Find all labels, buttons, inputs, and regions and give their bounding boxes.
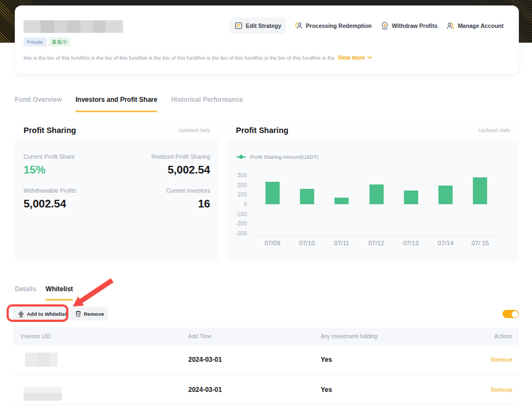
whitelist-tabs: Details Whitelist <box>15 285 73 301</box>
edit-strategy-icon <box>234 21 243 30</box>
processing-redemption-icon <box>294 21 303 30</box>
header-actions: Actions <box>447 333 512 339</box>
table-row: 2024-03-01 Yes Remove <box>13 345 519 375</box>
y-axis-label: -300 <box>233 230 247 236</box>
gridline <box>255 214 501 215</box>
withdraw-profits-label: Withdraw Profits <box>392 22 437 29</box>
x-axis-label: 07/10 <box>290 240 325 246</box>
processing-redemption-button[interactable]: Processing Redemption <box>294 21 372 30</box>
annotation-arrow <box>66 274 120 312</box>
tab-historical-performance[interactable]: Historical Performance <box>171 96 242 112</box>
view-more-link[interactable]: View more <box>338 55 372 61</box>
y-axis-label: -200 <box>233 220 247 227</box>
bar-07/ 15 <box>473 177 487 204</box>
profit-chart: 3002001000-100-200-30007/0907/1007/1107/… <box>233 171 507 253</box>
chevron-down-icon <box>365 55 372 61</box>
x-axis-label: 07/11 <box>324 240 359 246</box>
remove-link[interactable]: Remove <box>447 386 512 393</box>
x-axis-label: 07/ 15 <box>462 240 498 246</box>
remove-link[interactable]: Remove <box>447 356 512 363</box>
gridline <box>255 233 501 234</box>
processing-redemption-label: Processing Redemption <box>306 22 372 29</box>
legend-label: Profit Sharing Amount(USDT) <box>250 154 319 160</box>
chart-legend: Profit Sharing Amount(USDT) <box>236 154 319 160</box>
gridline <box>255 204 501 205</box>
stat-current-investors: Current Investors 16 <box>166 187 210 210</box>
bar-07/14 <box>438 186 453 204</box>
x-axis-label: 07/12 <box>359 240 394 246</box>
annotation-highlight-rect <box>7 304 68 322</box>
tab-details[interactable]: Details <box>15 285 36 301</box>
bar-07/11 <box>334 198 349 204</box>
fund-header-card: Edit Strategy Processing Redemption With… <box>15 5 519 74</box>
x-axis-label: 07/14 <box>428 240 463 246</box>
gridline <box>255 175 501 176</box>
y-axis-label: 100 <box>233 191 247 198</box>
x-axis-line <box>255 236 501 236</box>
legend-line-dot-icon <box>236 157 246 158</box>
tab-investors-profit-share[interactable]: Investors and Profit Share <box>76 96 157 112</box>
stat-realized-profit-sharing: Realized Profit Sharing 5,002.54 <box>152 153 210 176</box>
investor-uid-redacted <box>25 353 57 367</box>
withdraw-profits-icon <box>380 21 389 30</box>
y-axis-label: 200 <box>233 182 247 188</box>
whitelist-table: Investor UID Add Time Any investment hol… <box>13 327 519 405</box>
fund-bio: this is the bio of this fundthis is the … <box>24 55 335 61</box>
profit-summary-title: Profit Sharing <box>24 126 76 135</box>
private-badge: Private <box>24 37 47 47</box>
whitelist-toggle[interactable] <box>502 310 519 318</box>
table-header-row: Investor UID Add Time Any investment hol… <box>13 327 519 345</box>
cell-holding: Yes <box>321 356 447 363</box>
y-axis-label: 300 <box>233 172 247 178</box>
bar-07/12 <box>369 184 384 204</box>
main-tabs: Fund Overview Investors and Profit Share… <box>15 96 243 112</box>
bar-07/09 <box>265 182 280 204</box>
recruiting-badge: 募集中 <box>49 37 71 47</box>
manage-account-button[interactable]: Manage Account <box>446 21 504 30</box>
profit-summary-updated: Updated daily <box>178 127 210 133</box>
profit-chart-title: Profit Sharing <box>236 126 288 135</box>
profit-chart-panel: Profit Sharing Updated daily Profit Shar… <box>227 119 519 262</box>
bar-07/13 <box>404 190 418 204</box>
x-axis-label: 07/09 <box>255 240 290 246</box>
profit-chart-updated: Updated daily <box>478 127 510 133</box>
cell-add-time: 2024-03-01 <box>188 386 321 394</box>
header-investor-uid: Investor UID <box>21 333 188 339</box>
header-add-time: Add Time <box>188 333 321 339</box>
manage-account-label: Manage Account <box>458 22 504 29</box>
fund-actions: Edit Strategy Processing Redemption With… <box>230 18 504 34</box>
table-row: 2024-03-01 Yes Remove <box>13 375 519 405</box>
investor-uid-redacted <box>24 386 62 401</box>
bar-07/10 <box>300 189 314 204</box>
cell-add-time: 2024-03-01 <box>188 356 321 363</box>
cell-holding: Yes <box>321 386 447 394</box>
withdraw-profits-button[interactable]: Withdraw Profits <box>380 21 437 30</box>
edit-strategy-label: Edit Strategy <box>246 22 281 29</box>
y-axis-label: 0 <box>233 201 247 207</box>
tab-fund-overview[interactable]: Fund Overview <box>15 96 62 112</box>
y-axis-label: -100 <box>233 211 247 217</box>
stat-current-profit-share: Current Profit Share 15% <box>24 153 74 176</box>
x-axis-label: 07/13 <box>394 240 429 246</box>
gridline <box>255 223 501 224</box>
manage-account-icon <box>446 21 455 30</box>
stat-withdrawable-profits: Withdrawable Profits 5,002.54 <box>24 187 76 210</box>
header-any-investment-holding: Any investment holding <box>321 333 447 339</box>
fund-badges: Private 募集中 <box>24 37 71 47</box>
profit-summary-panel: Profit Sharing Updated daily Current Pro… <box>15 119 219 262</box>
edit-strategy-button[interactable]: Edit Strategy <box>230 18 286 34</box>
fund-title-redacted <box>24 20 123 33</box>
toggle-knob <box>512 311 518 317</box>
